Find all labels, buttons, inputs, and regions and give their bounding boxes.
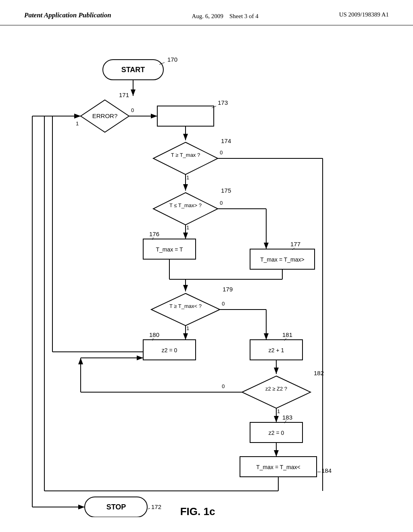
svg-text:START: START [121, 66, 145, 74]
svg-text:T ≥ T_max< ?: T ≥ T_max< ? [169, 303, 202, 309]
page-header: Patent Application Publication Aug. 6, 2… [0, 0, 413, 25]
header-right: US 2009/198389 A1 [339, 11, 389, 18]
svg-text:173: 173 [218, 99, 228, 106]
svg-text:1: 1 [186, 224, 189, 231]
svg-text:170: 170 [167, 56, 177, 63]
svg-text:0: 0 [131, 107, 134, 113]
header-center: Aug. 6, 2009 Sheet 3 of 4 [192, 11, 258, 21]
svg-text:z2 ≥ Z2 ?: z2 ≥ Z2 ? [265, 386, 287, 392]
svg-marker-16 [153, 142, 218, 175]
svg-text:1: 1 [186, 325, 189, 331]
svg-text:0: 0 [222, 383, 225, 389]
svg-text:z2 = 0: z2 = 0 [269, 430, 284, 436]
svg-text:183: 183 [282, 414, 292, 421]
svg-text:0: 0 [222, 301, 225, 307]
svg-text:T_max = T_max>: T_max = T_max> [260, 256, 304, 263]
svg-text:T ≤ T_max> ?: T ≤ T_max> ? [169, 202, 202, 208]
svg-text:179: 179 [223, 286, 233, 293]
svg-rect-12 [157, 106, 214, 126]
flowchart-svg: START 170 ERROR? 171 0 1 173 T ≥ T_max ? [0, 25, 413, 517]
svg-text:STOP: STOP [106, 503, 126, 511]
svg-text:ERROR?: ERROR? [92, 112, 118, 119]
svg-text:T ≥ T_max ?: T ≥ T_max ? [171, 152, 200, 158]
svg-text:177: 177 [290, 241, 300, 247]
svg-text:z2 + 1: z2 + 1 [269, 347, 284, 353]
header-left: Patent Application Publication [24, 11, 111, 19]
svg-text:175: 175 [221, 187, 231, 194]
svg-line-92 [148, 508, 150, 509]
svg-text:FIG. 1c: FIG. 1c [180, 505, 215, 517]
svg-text:174: 174 [221, 137, 231, 144]
svg-text:T_max = T: T_max = T [156, 246, 183, 253]
svg-text:z2 = 0: z2 = 0 [162, 347, 177, 353]
svg-text:1: 1 [186, 175, 189, 181]
svg-marker-42 [151, 293, 220, 326]
svg-text:180: 180 [149, 331, 159, 338]
diagram-container: START 170 ERROR? 171 0 1 173 T ≥ T_max ? [0, 25, 413, 517]
svg-text:172: 172 [151, 503, 161, 510]
svg-text:T_max = T_max<: T_max = T_max< [256, 464, 300, 470]
svg-marker-59 [242, 376, 311, 408]
svg-text:176: 176 [149, 231, 159, 237]
svg-text:1: 1 [76, 121, 79, 127]
svg-text:0: 0 [220, 200, 223, 206]
svg-text:181: 181 [282, 331, 292, 338]
svg-text:0: 0 [220, 150, 223, 156]
svg-marker-22 [153, 193, 218, 225]
svg-text:171: 171 [119, 91, 129, 98]
svg-text:1: 1 [277, 408, 280, 414]
